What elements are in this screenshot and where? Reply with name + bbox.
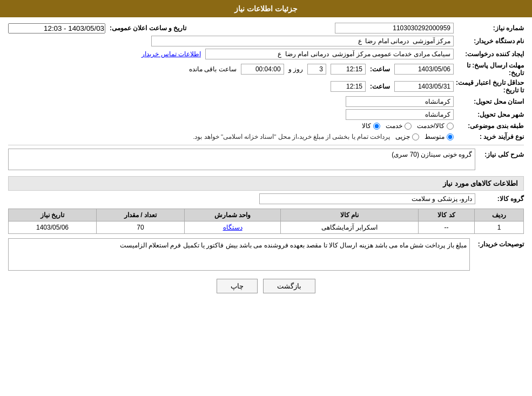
row-sherh: شرح کلی نیاز: [8,149,524,172]
tozihat-label: توصیحات خریدار: [470,238,524,248]
col-radif: ردیف [475,209,524,222]
row-tozihat: توصیحات خریدار: مبلغ باز پرداخت شش ماه م… [8,238,524,271]
row-ijaad: ایجاد کننده درخواست: اطلاعات تماس خریدار [8,49,524,59]
radio-kala-khedmat-label: کالا/خدمت [417,122,445,130]
haddaqal-time-label: ساعت: [370,83,390,90]
radio-jozi-label: جزیی [395,133,410,140]
row-mohlat: مهلت ارسال پاسخ: تا تاریخ: ساعت: روز و س… [8,62,524,77]
back-button[interactable]: بازگشت [263,279,315,293]
mohlat-label: مهلت ارسال پاسخ: تا تاریخ: [454,62,524,77]
row-haddaqal: حداقل تاریخ اعتبار قیمت: تا تاریخ: ساعت: [8,79,524,94]
print-button[interactable]: چاپ [217,279,258,293]
mohlat-time-input[interactable] [331,64,366,75]
nooe-label: نوع فرآیند خرید : [454,133,524,140]
grohe-kala-input[interactable] [259,193,475,204]
row-ostan: استان محل تحویل: [8,96,524,107]
page-header: جزئیات اطلاعات نیاز [0,0,532,17]
cell-vahed[interactable]: دستگاه [184,222,280,234]
ijaad-input[interactable] [205,49,454,59]
radio-motavasset[interactable]: متوسط [425,133,454,140]
cell-nam: اسکرابر آزمایشگاهی [281,222,419,234]
tozihat-text: مبلغ باز پرداخت شش ماه می باشد هزینه ارس… [120,241,467,249]
items-table: ردیف کد کالا نام کالا واحد شمارش تعداد /… [8,209,524,234]
col-kod: کد کالا [418,209,474,222]
ostan-label: استان محل تحویل: [454,98,524,105]
nam-dastgah-label: نام دستگاه خریدار: [454,37,524,45]
cell-kod: -- [418,222,474,234]
col-nam: نام کالا [281,209,419,222]
tozihat-content: مبلغ باز پرداخت شش ماه می باشد هزینه ارس… [8,238,470,271]
radio-kala-label: کالا [362,122,371,130]
ijaad-contact-link[interactable]: اطلاعات تماس خریدار [142,50,201,58]
mohlat-date-input[interactable] [394,64,454,75]
grohe-kala-label: گروه کالا: [475,195,524,203]
ijaad-label: ایجاد کننده درخواست: [454,50,524,58]
mohlat-time-label: ساعت: [370,65,390,73]
row-nooe: نوع فرآیند خرید : متوسط جزیی پرداخت تمام… [8,132,524,142]
tabaqe-label: طبقه بندی موضوعی: [454,122,524,130]
table-row: 1 -- اسکرابر آزمایشگاهی دستگاه 70 1403/0… [9,222,524,234]
items-section: ردیف کد کالا نام کالا واحد شمارش تعداد /… [8,209,524,234]
tarikh-input[interactable] [8,23,105,33]
radio-kala[interactable]: کالا [362,122,380,130]
mohlat-remaining-input[interactable] [241,64,284,75]
table-header-row: ردیف کد کالا نام کالا واحد شمارش تعداد /… [9,209,524,222]
col-vahed: واحد شمارش [184,209,280,222]
ostan-input[interactable] [346,96,454,107]
sherh-textarea[interactable] [8,149,475,170]
nooe-note: پرداخت تمام یا بخشی از مبلغ خرید،از محل … [193,132,390,142]
radio-jozi[interactable]: جزیی [395,133,419,140]
haddaqal-date-input[interactable] [394,81,454,92]
radio-khedmat-label: خدمت [386,122,402,130]
shahr-label: شهر محل تحویل: [454,111,524,118]
radio-kala-khedmat[interactable]: کالا/خدمت [417,122,454,130]
row-grohe-kala: گروه کالا: [8,193,524,204]
mohlat-saaat-label: ساعت باقی مانده [189,65,237,73]
shahr-input[interactable] [346,109,454,120]
haddaqal-time-input[interactable] [331,81,366,92]
radio-khedmat[interactable]: خدمت [386,122,412,130]
sherh-label: شرح کلی نیاز: [475,149,524,158]
col-tarikh: تاریخ نیاز [9,209,97,222]
row-nam-dastgah: نام دستگاه خریدار: [8,36,524,46]
page-title: جزئیات اطلاعات نیاز [234,4,298,13]
shomare-niaz-label: شماره نیاز: [454,24,524,32]
kala-info-title: اطلاعات کالاهای مورد نیاز [8,176,524,191]
col-tedad: تعداد / مقدار [97,209,185,222]
cell-tarikh: 1403/05/06 [9,222,97,234]
nam-dastgah-input[interactable] [151,36,454,46]
row-tabaqe: طبقه بندی موضوعی: کالا/خدمت خدمت کالا [8,122,524,130]
row-shomare: شماره نیاز: تاریخ و ساعت اعلان عمومی: [8,23,524,33]
main-content: شماره نیاز: تاریخ و ساعت اعلان عمومی: نا… [0,17,532,304]
radio-motavasset-label: متوسط [425,133,445,140]
cell-tedad: 70 [97,222,185,234]
haddaqal-label: حداقل تاریخ اعتبار قیمت: تا تاریخ: [454,79,524,94]
mohlat-rooz-input[interactable] [307,64,326,75]
mohlat-rooz-label: روز و [288,65,303,73]
cell-radif: 1 [475,222,524,234]
shomare-niaz-input[interactable] [335,23,454,33]
tarikh-label: تاریخ و ساعت اعلان عمومی: [110,24,186,32]
page-wrapper: جزئیات اطلاعات نیاز شماره نیاز: تاریخ و … [0,0,532,396]
row-shahr: شهر محل تحویل: [8,109,524,120]
button-row: بازگشت چاپ [8,279,524,293]
